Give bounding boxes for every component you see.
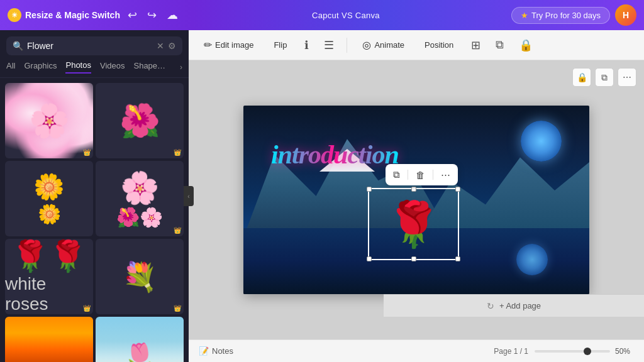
try-pro-label: Try Pro for 30 days [531, 11, 601, 20]
tab-shapes[interactable]: Shape… [133, 61, 165, 73]
crown-badge: 👑 [174, 149, 181, 156]
canvas-background: introduction 🌹 [243, 106, 589, 294]
center-text: Capcut VS Canva [312, 11, 380, 20]
logo-area[interactable]: ☀ Resize & Magic Switch [8, 8, 120, 22]
panel-collapse-handle[interactable]: ‹ [184, 186, 194, 206]
zoom-level: 50% [615, 347, 634, 356]
list-item[interactable]: 🌼 🌼 [5, 161, 93, 236]
moon-bottom-right [516, 244, 548, 275]
logo-icon: ☀ [8, 8, 21, 22]
context-more-button[interactable]: ⋯ [438, 167, 453, 183]
animate-button[interactable]: ◎ Animate [357, 36, 409, 53]
context-copy-button[interactable]: ⧉ [391, 167, 402, 183]
status-bar: 📝 Notes Page 1 / 1 50% [189, 339, 644, 362]
search-bar: 🔍 ✕ ⚙ [6, 36, 182, 55]
context-delete-button[interactable]: 🗑 [413, 167, 428, 183]
flower-element: 🌹 [369, 189, 458, 259]
flip-button[interactable]: Flip [269, 38, 292, 52]
ctx-separator-2 [433, 170, 433, 180]
page-info: Page 1 / 1 [494, 347, 528, 356]
canvas-frame: introduction 🌹 [243, 106, 589, 294]
moon-top-right [521, 121, 562, 162]
search-filter-icon[interactable]: ⚙ [168, 41, 176, 51]
search-input[interactable] [27, 41, 153, 51]
canvas-viewport[interactable]: 🔒 ⧉ ⋯ [189, 60, 644, 339]
selection-handle-tl[interactable] [367, 187, 372, 192]
intro-text: introduction [271, 140, 399, 170]
image-grid: 🌸 👑 🌺 👑 🌼 🌼 [5, 83, 184, 362]
tab-photos[interactable]: Photos [65, 60, 91, 74]
list-item[interactable]: 💐 👑 [96, 239, 184, 314]
top-navigation: ☀ Resize & Magic Switch ↩ ↪ ☁ Capcut VS … [0, 0, 644, 30]
selection-handle-tc[interactable] [411, 187, 416, 192]
star-icon: ★ [521, 11, 528, 20]
tab-graphics[interactable]: Graphics [24, 61, 57, 73]
list-item[interactable]: 🌺 👑 [96, 83, 184, 158]
edit-image-button[interactable]: ✏ Edit image [199, 36, 258, 53]
main-layout: 🔍 ✕ ⚙ All Graphics Photos Videos Shape… … [0, 30, 644, 362]
crown-badge: 👑 [174, 305, 181, 312]
grid-button[interactable]: ⊞ [469, 36, 483, 55]
lock-toolbar-button[interactable]: 🔒 [516, 36, 535, 55]
toolbar-separator [347, 38, 347, 53]
arrange-button[interactable]: ⧉ [493, 36, 506, 54]
image-grid-container[interactable]: 🌸 👑 🌺 👑 🌼 🌼 [0, 78, 189, 362]
list-item[interactable]: 🌻 🌻 [5, 317, 93, 362]
ctx-separator [408, 170, 408, 180]
info-button[interactable]: ℹ [302, 36, 311, 55]
filter-tabs: All Graphics Photos Videos Shape… › [0, 60, 189, 78]
undo-button[interactable]: ↩ [125, 6, 140, 25]
cloud-save-button[interactable]: ☁ [164, 6, 180, 25]
position-button[interactable]: Position [419, 38, 458, 52]
avatar[interactable]: H [615, 4, 636, 26]
list-item[interactable]: 🌸 👑 [5, 83, 93, 158]
crown-badge: 👑 [83, 305, 91, 312]
list-item[interactable]: 🌷 [96, 317, 184, 362]
add-page-bar: ↻ + Add page [384, 294, 644, 317]
canvas-controls-top-right: 🔒 ⧉ ⋯ [572, 68, 636, 87]
canvas-area: ✏ Edit image Flip ℹ ☰ ◎ Animate Position… [189, 30, 644, 362]
canvas-toolbar: ✏ Edit image Flip ℹ ☰ ◎ Animate Position… [189, 30, 644, 60]
context-menu: ⧉ 🗑 ⋯ [386, 164, 458, 185]
crown-badge: 👑 [83, 149, 91, 156]
app-title: Resize & Magic Switch [25, 10, 120, 20]
notes-button[interactable]: 📝 Notes [199, 346, 233, 356]
zoom-track[interactable] [535, 350, 610, 353]
selection-handle-br[interactable] [455, 256, 460, 261]
search-clear-icon[interactable]: ✕ [157, 41, 164, 51]
canvas-more-button[interactable]: ⋯ [618, 68, 636, 87]
canvas-copy-button[interactable]: ⧉ [595, 68, 614, 87]
redo-button[interactable]: ↪ [145, 6, 159, 25]
flower-selection-box[interactable]: 🌹 [368, 188, 459, 260]
selection-handle-bc[interactable] [411, 256, 416, 261]
list-item[interactable]: 🌸 🌺🌸 👑 [96, 161, 184, 236]
add-page-button[interactable]: + Add page [499, 301, 541, 310]
tab-all[interactable]: All [6, 61, 15, 73]
zoom-thumb[interactable] [584, 348, 591, 355]
filter-chevron-icon[interactable]: › [180, 63, 182, 72]
selection-handle-tr[interactable] [455, 187, 460, 192]
menu-button[interactable]: ☰ [321, 36, 336, 55]
selection-handle-bl[interactable] [367, 256, 372, 261]
zoom-slider[interactable]: 50% [535, 347, 634, 356]
list-item[interactable]: 🌹🌹 white roses 👑 [5, 239, 93, 314]
notes-icon: 📝 [199, 346, 209, 356]
crown-badge: 👑 [174, 227, 181, 234]
left-panel-wrapper: 🔍 ✕ ⚙ All Graphics Photos Videos Shape… … [0, 30, 189, 362]
canvas-lock-button[interactable]: 🔒 [572, 68, 591, 87]
refresh-icon: ↻ [487, 301, 494, 311]
search-icon: 🔍 [13, 41, 23, 51]
tab-videos[interactable]: Videos [100, 61, 125, 73]
edit-icon: ✏ [204, 39, 212, 51]
try-pro-button[interactable]: ★ Try Pro for 30 days [511, 7, 610, 24]
left-panel: 🔍 ✕ ⚙ All Graphics Photos Videos Shape… … [0, 30, 189, 362]
animate-icon: ◎ [362, 39, 371, 51]
